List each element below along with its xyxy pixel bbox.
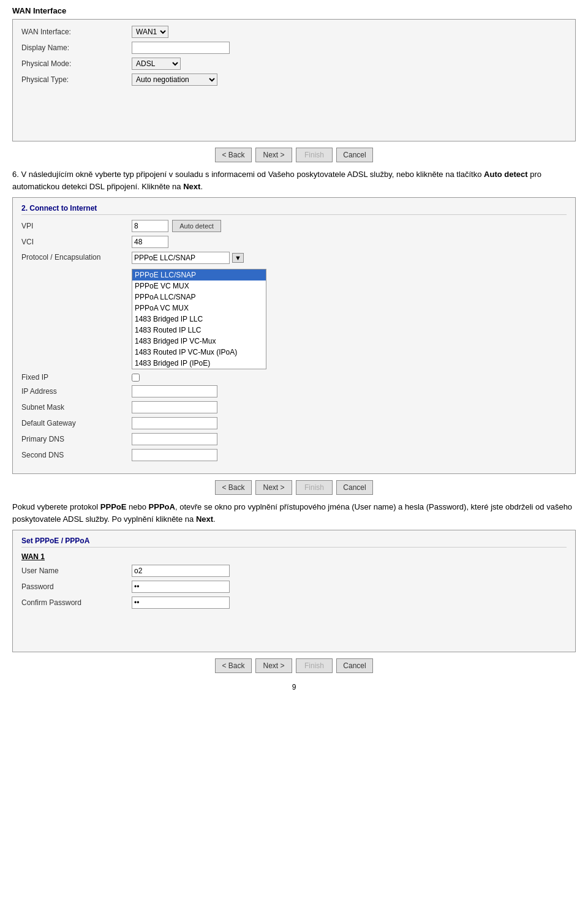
connect-panel-title: 2. Connect to Internet (21, 204, 567, 215)
pppoe-panel: Set PPPoE / PPPoA WAN 1 User Name Passwo… (12, 530, 576, 652)
display-name-control (132, 42, 230, 54)
vpi-control: Auto detect (132, 220, 221, 232)
physical-type-label: Physical Type: (21, 75, 132, 84)
password-input[interactable] (132, 581, 230, 593)
default-gateway-input[interactable] (132, 417, 217, 429)
ip-address-input[interactable] (132, 385, 217, 397)
password-label: Password (21, 582, 132, 591)
button-row-2: < Back Next > Finish Cancel (12, 480, 576, 495)
second-dns-row: Second DNS (21, 449, 567, 461)
desc1-bold2: Next (183, 182, 200, 191)
user-name-control (132, 565, 230, 577)
desc1-text3: . (200, 182, 203, 191)
second-dns-control (132, 449, 217, 461)
password-control (132, 581, 230, 593)
finish-button-3[interactable]: Finish (296, 658, 333, 673)
display-name-input[interactable] (132, 42, 230, 54)
dropdown-item-6[interactable]: 1483 Bridged IP VC-Mux (132, 336, 266, 347)
second-dns-label: Second DNS (21, 451, 132, 459)
wan-interface-row: WAN Interface: WAN1 (21, 26, 567, 38)
back-button-2[interactable]: < Back (215, 480, 252, 495)
default-gateway-control (132, 417, 217, 429)
ip-address-row: IP Address (21, 385, 567, 397)
wan-interface-select[interactable]: WAN1 (132, 26, 168, 38)
default-gateway-row: Default Gateway (21, 417, 567, 429)
dropdown-item-7[interactable]: 1483 Routed IP VC-Mux (IPoA) (132, 347, 266, 358)
pppoe-panel-title: Set PPPoE / PPPoA (21, 537, 567, 548)
confirm-password-control (132, 597, 230, 609)
display-name-row: Display Name: (21, 42, 567, 54)
physical-mode-control: ADSL (132, 58, 181, 70)
second-dns-input[interactable] (132, 449, 217, 461)
protocol-row: Protocol / Encapsulation ▼ PPPoE LLC/SNA… (21, 252, 567, 369)
user-name-input[interactable] (132, 565, 230, 577)
protocol-display (132, 252, 230, 264)
vpi-row: VPI Auto detect (21, 220, 567, 232)
description-1: 6. V následujícím okně vyberte typ připo… (12, 168, 576, 192)
primary-dns-label: Primary DNS (21, 435, 132, 443)
finish-button-2[interactable]: Finish (296, 480, 333, 495)
vci-row: VCI (21, 236, 567, 248)
subnet-mask-input[interactable] (132, 401, 217, 413)
subnet-mask-control (132, 401, 217, 413)
wan-subtitle: WAN 1 (21, 552, 567, 561)
cancel-button-1[interactable]: Cancel (336, 148, 373, 162)
physical-type-control: Auto negotiation (132, 73, 217, 86)
fixed-ip-control (132, 374, 140, 382)
physical-mode-select[interactable]: ADSL (132, 58, 181, 70)
auto-detect-button[interactable]: Auto detect (172, 220, 221, 232)
description-2: Pokud vyberete protokol PPPoE nebo PPPoA… (12, 501, 576, 525)
desc2-text1: Pokud vyberete protokol (12, 502, 100, 511)
dropdown-item-2[interactable]: PPPoA LLC/SNAP (132, 292, 266, 303)
primary-dns-row: Primary DNS (21, 433, 567, 445)
finish-button-1[interactable]: Finish (296, 148, 333, 162)
page-title: WAN Interface (12, 6, 576, 15)
desc1-bold1: Auto detect (484, 170, 528, 179)
physical-type-select[interactable]: Auto negotiation (132, 73, 217, 86)
subnet-mask-row: Subnet Mask (21, 401, 567, 413)
protocol-dropdown-arrow[interactable]: ▼ (232, 253, 244, 263)
fixed-ip-label: Fixed IP (21, 373, 132, 382)
physical-type-row: Physical Type: Auto negotiation (21, 73, 567, 86)
button-row-1: < Back Next > Finish Cancel (12, 148, 576, 162)
primary-dns-input[interactable] (132, 433, 217, 445)
dropdown-item-0[interactable]: PPPoE LLC/SNAP (132, 269, 266, 281)
page-number: 9 (12, 683, 576, 691)
dropdown-item-1[interactable]: PPPoE VC MUX (132, 281, 266, 292)
desc2-text4: . (213, 514, 216, 524)
dropdown-item-3[interactable]: PPPoA VC MUX (132, 303, 266, 314)
vpi-label: VPI (21, 222, 132, 230)
default-gateway-label: Default Gateway (21, 419, 132, 427)
next-button-1[interactable]: Next > (255, 148, 292, 162)
dropdown-item-5[interactable]: 1483 Routed IP LLC (132, 325, 266, 336)
user-name-label: User Name (21, 567, 132, 575)
cancel-button-3[interactable]: Cancel (336, 658, 373, 673)
dropdown-item-8[interactable]: 1483 Bridged IP (IPoE) (132, 358, 266, 369)
desc2-bold1: PPPoE (100, 502, 127, 511)
back-button-1[interactable]: < Back (215, 148, 252, 162)
protocol-dropdown-list[interactable]: PPPoE LLC/SNAP PPPoE VC MUX PPPoA LLC/SN… (132, 269, 266, 369)
protocol-label: Protocol / Encapsulation (21, 252, 132, 262)
next-button-2[interactable]: Next > (255, 480, 292, 495)
fixed-ip-row: Fixed IP (21, 373, 567, 382)
desc2-bold3: Next (196, 514, 213, 524)
back-button-3[interactable]: < Back (215, 658, 252, 673)
connect-to-internet-panel: 2. Connect to Internet VPI Auto detect V… (12, 197, 576, 474)
cancel-button-2[interactable]: Cancel (336, 480, 373, 495)
confirm-password-label: Confirm Password (21, 598, 132, 607)
desc2-text2: nebo (126, 502, 148, 511)
confirm-password-input[interactable] (132, 597, 230, 609)
next-button-3[interactable]: Next > (255, 658, 292, 673)
physical-mode-label: Physical Mode: (21, 59, 132, 68)
dropdown-item-4[interactable]: 1483 Bridged IP LLC (132, 314, 266, 325)
vci-label: VCI (21, 238, 132, 246)
desc1-number: 6. (12, 170, 19, 179)
protocol-control: ▼ PPPoE LLC/SNAP PPPoE VC MUX PPPoA LLC/… (132, 252, 266, 369)
desc2-bold2: PPPoA (149, 502, 175, 511)
fixed-ip-checkbox[interactable] (132, 374, 140, 382)
password-row: Password (21, 581, 567, 593)
primary-dns-control (132, 433, 217, 445)
vci-input[interactable] (132, 236, 168, 248)
wan-interface-label: WAN Interface: (21, 28, 132, 36)
vpi-input[interactable] (132, 220, 168, 232)
